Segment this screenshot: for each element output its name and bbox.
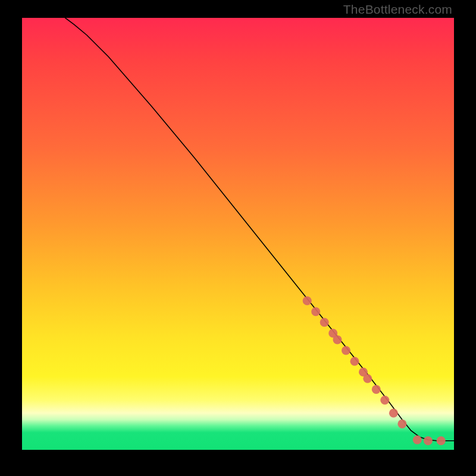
highlight-dot bbox=[380, 396, 389, 405]
highlight-dot bbox=[413, 436, 422, 444]
chart-svg bbox=[22, 18, 454, 450]
highlight-dot bbox=[397, 419, 406, 428]
highlight-dot bbox=[311, 307, 320, 316]
highlight-dot bbox=[342, 346, 350, 355]
highlight-dot bbox=[333, 335, 342, 344]
highlight-dot bbox=[363, 374, 372, 383]
highlight-dot bbox=[424, 436, 433, 445]
highlight-dot bbox=[389, 409, 398, 418]
highlight-dot bbox=[372, 385, 381, 394]
highlight-dot bbox=[437, 436, 446, 445]
highlight-dot bbox=[350, 357, 359, 366]
chart-curve bbox=[65, 18, 454, 441]
watermark-text: TheBottleneck.com bbox=[343, 2, 452, 17]
highlight-dot bbox=[303, 296, 312, 305]
highlight-dot-group bbox=[303, 296, 446, 445]
highlight-dot bbox=[320, 318, 329, 327]
chart-plot-area bbox=[22, 18, 454, 450]
